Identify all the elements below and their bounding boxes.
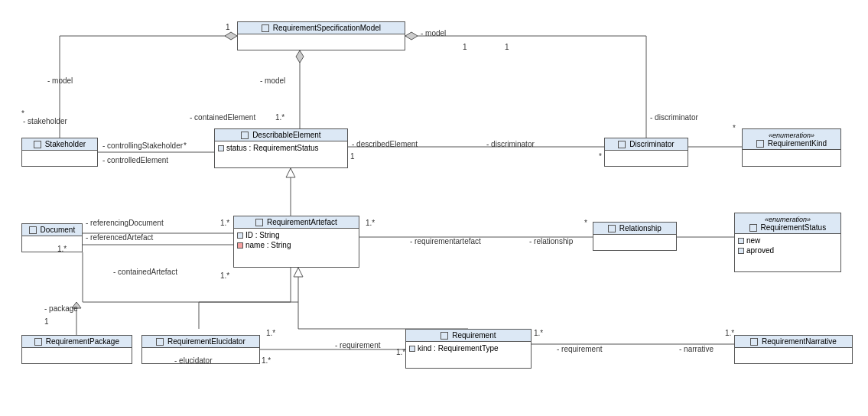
class-icon: [34, 141, 41, 148]
box-header-RequirementSpecificationModel: RequirementSpecificationModel: [238, 22, 405, 34]
svg-marker-5: [405, 32, 418, 40]
box-Discriminator: Discriminator: [604, 138, 688, 167]
label-1-top: 1: [226, 23, 230, 31]
class-icon: [156, 338, 164, 346]
class-icon: [34, 338, 42, 346]
class-icon: [241, 132, 249, 139]
attr-new: new: [738, 236, 837, 245]
box-header-RequirementKind: «enumeration» RequirementKind: [743, 129, 840, 150]
box-body-Requirement: kind : RequirementType: [406, 342, 531, 355]
class-icon: [29, 226, 37, 234]
label-containedElement: - containedElement: [190, 113, 255, 122]
label-requirement-narr: - requirement: [557, 345, 602, 353]
box-header-RequirementStatus: «enumeration» RequirementStatus: [735, 213, 840, 234]
box-body-DescribableElement: status : RequirementStatus: [215, 141, 347, 154]
svg-marker-12: [286, 168, 295, 177]
label-1star-rd: 1.*: [220, 219, 229, 227]
class-icon: [608, 225, 616, 232]
diagram-container: RequirementSpecificationModel Stakeholde…: [0, 0, 868, 416]
attr-icon-red: [237, 242, 243, 249]
class-icon: [750, 338, 758, 346]
label-discriminator-right: - discriminator: [650, 113, 698, 122]
label-containedArtefact: - containedArtefact: [113, 268, 177, 276]
box-DescribableElement: DescribableElement status : RequirementS…: [214, 128, 348, 168]
box-body-RequirementPackage: [22, 348, 132, 351]
label-1-right: 1: [463, 43, 467, 51]
attr-status: status : RequirementStatus: [218, 143, 344, 153]
label-controlledElement: - controlledElement: [102, 156, 168, 164]
svg-marker-7: [296, 50, 304, 63]
box-RequirementPackage: RequirementPackage: [21, 335, 132, 364]
attr-id: ID : String: [237, 230, 356, 240]
box-body-RequirementStatus: new aproved: [735, 234, 840, 257]
class-icon: [255, 219, 263, 226]
class-icon: [749, 224, 757, 232]
attr-name: name : String: [237, 240, 356, 250]
attr-aproved: aproved: [738, 245, 837, 255]
class-icon: [756, 140, 764, 148]
box-Stakeholder: Stakeholder: [21, 138, 98, 167]
box-body-RequirementNarrative: [735, 348, 852, 351]
label-1star-ra: 1.*: [57, 245, 67, 253]
label-1star-narr2: 1.*: [725, 329, 734, 337]
box-header-RequirementElucidator: RequirementElucidator: [142, 336, 259, 348]
box-body-Relationship: [593, 235, 676, 238]
label-1star-req2: 1.*: [396, 348, 405, 356]
box-header-DescribableElement: DescribableElement: [215, 129, 347, 141]
label-1-described: 1: [350, 152, 355, 161]
box-body-RequirementSpecificationModel: [238, 34, 405, 37]
box-Document: Document: [21, 223, 83, 252]
label-1star-eluc: 1.*: [266, 329, 275, 337]
box-header-RequirementArtefact: RequirementArtefact: [234, 216, 359, 229]
label-model-left: - model: [47, 76, 73, 85]
box-body-RequirementKind: [743, 150, 840, 153]
box-body-Discriminator: [605, 151, 688, 154]
box-RequirementArtefact: RequirementArtefact ID : String name : S…: [233, 216, 359, 268]
label-model-right: - model: [421, 29, 446, 37]
box-Requirement: Requirement kind : RequirementType: [405, 329, 532, 369]
label-referencingDocument: - referencingDocument: [86, 219, 164, 227]
label-star-left: *: [21, 109, 24, 118]
label-1-right2: 1: [505, 43, 509, 51]
box-header-RequirementNarrative: RequirementNarrative: [735, 336, 852, 348]
attr-kind: kind : RequirementType: [409, 343, 528, 353]
class-icon: [441, 332, 448, 340]
box-body-Stakeholder: [22, 151, 97, 154]
label-1star-req: 1.*: [366, 219, 375, 227]
label-requirementartefact: - requirementartefact: [410, 237, 481, 245]
box-Relationship: Relationship: [593, 222, 677, 251]
svg-marker-22: [294, 268, 303, 277]
box-RequirementSpecificationModel: RequirementSpecificationModel: [237, 21, 405, 50]
label-elucidator: - elucidator: [174, 356, 212, 365]
class-icon: [262, 24, 269, 32]
box-header-Discriminator: Discriminator: [605, 138, 688, 151]
box-RequirementStatus: «enumeration» RequirementStatus new apro…: [734, 213, 841, 272]
label-discriminator-rel: - discriminator: [486, 140, 535, 148]
label-star-rel: *: [584, 219, 587, 227]
box-body-RequirementArtefact: ID : String name : String: [234, 229, 359, 252]
attr-icon: [738, 238, 744, 244]
label-1-package: 1: [44, 317, 49, 326]
label-star-cs: *: [184, 141, 187, 150]
attr-icon: [237, 232, 243, 239]
label-relationship: - relationship: [529, 237, 573, 245]
box-RequirementNarrative: RequirementNarrative: [734, 335, 853, 364]
attr-icon: [218, 145, 224, 151]
label-referencedArtefact: - referencedArtefact: [86, 233, 153, 242]
label-model-center: - model: [260, 76, 285, 85]
label-package: - package: [44, 304, 78, 313]
box-body-Document: [22, 236, 82, 239]
box-header-RequirementPackage: RequirementPackage: [22, 336, 132, 348]
label-1star-narr: 1.*: [534, 329, 543, 337]
box-header-Stakeholder: Stakeholder: [22, 138, 97, 151]
svg-marker-2: [225, 32, 237, 40]
label-star-rk: *: [733, 124, 736, 132]
label-stakeholder: - stakeholder: [23, 117, 67, 125]
attr-icon: [738, 248, 744, 254]
box-header-Requirement: Requirement: [406, 330, 531, 342]
class-icon: [618, 141, 626, 148]
label-requirement-rel: - requirement: [335, 341, 380, 349]
label-narrative: - narrative: [679, 345, 714, 353]
label-1star-ce: 1.*: [275, 113, 284, 122]
label-1star-ca: 1.*: [220, 271, 229, 280]
